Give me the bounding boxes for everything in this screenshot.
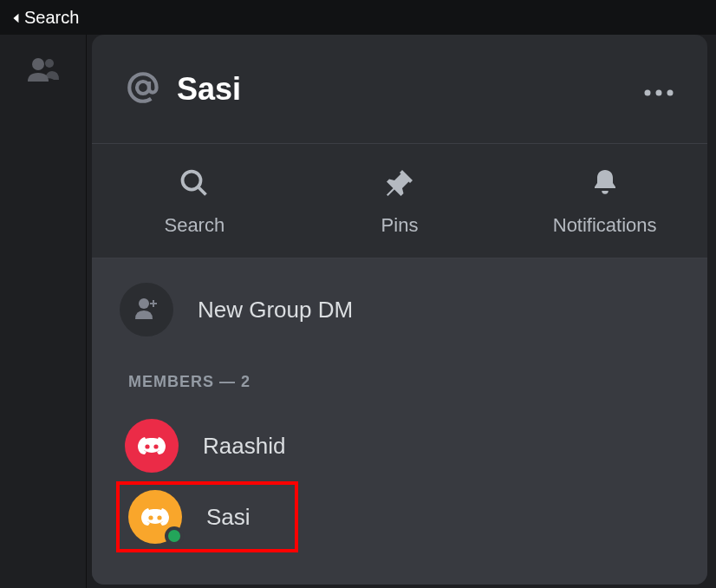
top-bar: Search: [0, 0, 716, 35]
member-name: Sasi: [206, 504, 251, 531]
svg-point-0: [32, 58, 44, 70]
svg-point-8: [139, 298, 149, 309]
back-search-label: Search: [24, 8, 79, 28]
online-status-icon: [165, 526, 184, 546]
new-group-label: New Group DM: [198, 297, 353, 323]
panel-title-group: Sasi: [125, 69, 241, 109]
more-options-button[interactable]: [643, 75, 674, 103]
left-gutter: [0, 35, 87, 588]
svg-point-11: [145, 444, 149, 448]
svg-point-6: [183, 171, 201, 189]
panel-header: Sasi: [92, 35, 707, 144]
member-row-raashid[interactable]: Raashid: [120, 410, 680, 481]
pins-label: Pins: [381, 214, 419, 237]
discord-logo-icon: [140, 505, 171, 529]
pins-action[interactable]: Pins: [297, 166, 503, 237]
svg-line-7: [199, 186, 206, 194]
svg-point-4: [656, 89, 662, 95]
new-group-icon-wrap: [120, 283, 173, 336]
svg-point-2: [137, 82, 149, 94]
avatar-sasi: [128, 490, 182, 544]
svg-point-3: [645, 89, 651, 95]
action-row: Search Pins Notifications: [92, 144, 707, 258]
dm-panel: Sasi Search Pins: [92, 35, 707, 585]
avatar-raashid: [125, 419, 179, 473]
members-heading: MEMBERS — 2: [120, 373, 680, 391]
svg-point-14: [157, 515, 161, 519]
add-user-icon: [133, 297, 159, 323]
search-action[interactable]: Search: [92, 166, 297, 237]
svg-rect-10: [150, 303, 157, 304]
notifications-label: Notifications: [553, 214, 657, 237]
search-label: Search: [164, 214, 225, 237]
back-search-button[interactable]: Search: [10, 8, 79, 28]
svg-point-1: [45, 59, 54, 68]
search-icon: [179, 166, 210, 200]
pin-icon: [384, 166, 415, 200]
bell-icon: [589, 166, 621, 200]
svg-point-5: [667, 89, 674, 95]
member-row-sasi[interactable]: Sasi: [116, 481, 298, 552]
panel-title: Sasi: [177, 71, 241, 108]
discord-logo-icon: [136, 434, 167, 458]
at-icon: [125, 69, 161, 109]
panel-body: New Group DM MEMBERS — 2 Raashid: [92, 258, 707, 585]
friends-icon[interactable]: [26, 56, 61, 588]
svg-point-13: [148, 515, 153, 519]
back-caret-icon: [10, 8, 21, 28]
notifications-action[interactable]: Notifications: [502, 166, 707, 237]
member-name: Raashid: [203, 433, 285, 460]
new-group-dm-button[interactable]: New Group DM: [120, 283, 680, 336]
svg-point-12: [153, 444, 158, 448]
